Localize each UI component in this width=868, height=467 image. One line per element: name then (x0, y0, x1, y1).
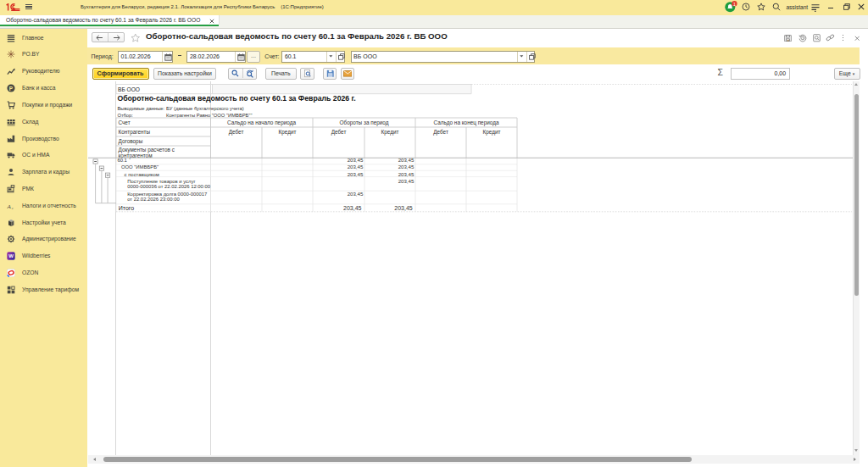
svg-text:Дебет: Дебет (331, 129, 347, 136)
svg-text:Сальдо на начало периода: Сальдо на начало периода (227, 120, 296, 126)
svg-text:203,45: 203,45 (398, 157, 415, 163)
svg-text:от 22.02.2026 23:00:00: от 22.02.2026 23:00:00 (127, 197, 180, 202)
svg-text:Дебет: Дебет (433, 129, 448, 136)
svg-text:0000-000036 от 22.02.2026 12:0: 0000-000036 от 22.02.2026 12:00:00 (127, 184, 211, 189)
svg-text:Кредит: Кредит (279, 129, 297, 136)
svg-text:203,45: 203,45 (398, 164, 415, 170)
svg-text:203,45: 203,45 (398, 178, 415, 184)
svg-text:60.1: 60.1 (117, 158, 126, 163)
svg-text:с поставщиком: с поставщиком (125, 172, 159, 177)
svg-text:Кредит: Кредит (381, 129, 399, 136)
svg-text:203,45: 203,45 (348, 191, 364, 197)
svg-text:Выводимые данные:: Выводимые данные: (117, 106, 164, 111)
svg-text:Дебет: Дебет (229, 129, 244, 136)
svg-text:Контрагенты Равно "ООО "ИМВБРБ: Контрагенты Равно "ООО "ИМВБРБ"" (166, 113, 252, 118)
svg-text:ВБ ООО: ВБ ООО (118, 86, 140, 92)
svg-text:Обороты за период: Обороты за период (340, 120, 389, 126)
svg-text:Корректировка долга 0000-00001: Корректировка долга 0000-000017 (127, 192, 207, 197)
svg-text:Сальдо на конец периода: Сальдо на конец периода (434, 120, 499, 126)
svg-text:203,45: 203,45 (348, 164, 364, 170)
svg-text:203,45: 203,45 (348, 157, 364, 163)
svg-text:БУ (данные бухгалтерского учет: БУ (данные бухгалтерского учета) (166, 106, 244, 111)
svg-text:203,45: 203,45 (348, 171, 364, 177)
svg-text:Итого: Итого (119, 205, 134, 211)
svg-text:Контрагенты: Контрагенты (119, 129, 151, 136)
svg-text:203,45: 203,45 (343, 205, 362, 211)
svg-text:203,45: 203,45 (398, 171, 415, 177)
svg-text:Оборотно-сальдовая ведомость п: Оборотно-сальдовая ведомость по счету 60… (117, 94, 355, 103)
svg-text:203,45: 203,45 (394, 205, 413, 211)
svg-text:Поступление товаров и услуг: Поступление товаров и услуг (127, 179, 195, 184)
svg-text:Отбор:: Отбор: (117, 113, 133, 118)
svg-text:Счет: Счет (119, 120, 131, 125)
svg-text:ООО "ИМВБРБ": ООО "ИМВБРБ" (121, 164, 159, 170)
svg-text:Кредит: Кредит (483, 129, 501, 136)
svg-text:Договоры: Договоры (119, 138, 143, 145)
